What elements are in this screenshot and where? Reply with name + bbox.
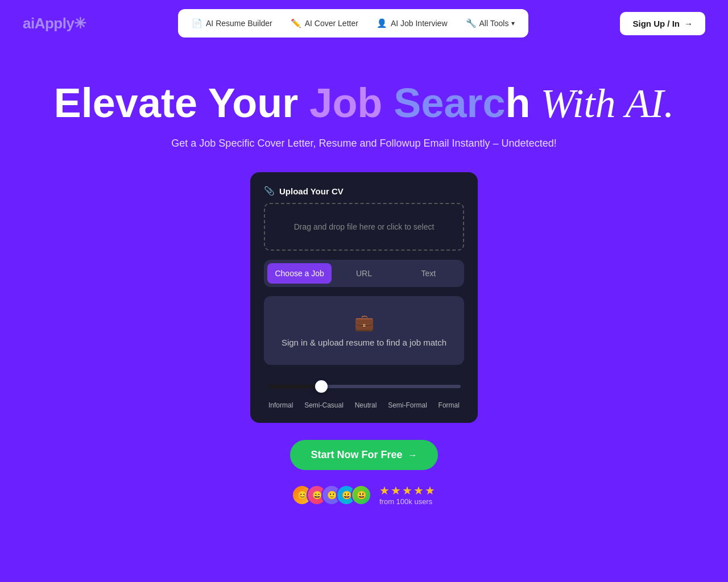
tone-label-formal: Formal: [439, 401, 460, 409]
upload-icon: 📎: [264, 186, 275, 196]
upload-header: 📎 Upload Your CV: [264, 186, 464, 196]
hero-title-ai: With AI.: [531, 81, 675, 126]
cta-button[interactable]: Start Now For Free →: [290, 440, 437, 470]
cta-section: Start Now For Free →: [23, 440, 705, 470]
chevron-down-icon: ▾: [511, 19, 515, 27]
nav-item-job-interview[interactable]: 👤 AI Job Interview: [369, 14, 456, 33]
all-tools-icon: 🔧: [466, 18, 477, 28]
tab-url[interactable]: URL: [332, 263, 396, 284]
nav-label-job-interview: AI Job Interview: [391, 19, 448, 28]
nav-item-cover-letter[interactable]: ✏️ AI Cover Letter: [283, 14, 366, 33]
signup-button[interactable]: Sign Up / In →: [620, 12, 705, 35]
rating-text: from 100k users: [379, 497, 436, 506]
tab-choose-a-job[interactable]: Choose a Job: [267, 263, 332, 284]
social-proof: 😊 😄 🙂 😀 😃 ★★★★★ from 100k users: [23, 484, 705, 506]
navbar: aiApply✳ 📄 AI Resume Builder ✏️ AI Cover…: [0, 0, 728, 47]
nav-label-all-tools: All Tools: [479, 19, 509, 28]
upload-section: 📎 Upload Your CV Drag and drop file here…: [264, 186, 464, 251]
logo: aiApply✳: [23, 15, 86, 32]
hero-title-searc: Searc: [394, 80, 505, 126]
logo-text: aiApply✳: [23, 15, 86, 32]
cta-arrow-icon: →: [408, 450, 417, 460]
tone-label-semi-casual: Semi-Casual: [304, 401, 344, 409]
upload-dropzone[interactable]: Drag and drop file here or click to sele…: [264, 203, 464, 251]
job-interview-icon: 👤: [377, 18, 387, 28]
tone-section: Informal Semi-Casual Neutral Semi-Formal…: [264, 376, 464, 409]
nav-menu: 📄 AI Resume Builder ✏️ AI Cover Letter 👤…: [178, 9, 528, 38]
tone-label-neutral: Neutral: [355, 401, 377, 409]
job-tabs-container: Choose a Job URL Text: [264, 260, 464, 287]
upload-title: Upload Your CV: [279, 186, 344, 196]
tone-label-informal: Informal: [268, 401, 293, 409]
tone-slider-thumb[interactable]: [315, 380, 328, 393]
main-card: 📎 Upload Your CV Drag and drop file here…: [250, 172, 478, 423]
nav-label-cover-letter: AI Cover Letter: [305, 19, 358, 28]
hero-title-part1: Elevate Your: [54, 80, 310, 126]
nav-label-resume-builder: AI Resume Builder: [206, 19, 272, 28]
signup-label: Sign Up / In: [632, 19, 680, 28]
star-rating: ★★★★★: [379, 484, 436, 497]
cover-letter-icon: ✏️: [291, 18, 301, 28]
tab-url-label: URL: [356, 269, 372, 278]
tab-text-label: Text: [421, 269, 436, 278]
avatar: 😃: [351, 485, 371, 505]
hero-title-job: Job: [309, 80, 394, 126]
rating-section: ★★★★★ from 100k users: [379, 484, 436, 506]
tab-choose-a-job-label: Choose a Job: [275, 269, 324, 278]
nav-item-all-tools[interactable]: 🔧 All Tools ▾: [458, 14, 523, 33]
avatars-group: 😊 😄 🙂 😀 😃: [292, 485, 371, 505]
dropzone-text: Drag and drop file here or click to sele…: [294, 222, 435, 231]
tab-text[interactable]: Text: [396, 263, 461, 284]
hero-title: Elevate Your Job Search With AI.: [23, 81, 705, 126]
hero-title-h: h: [506, 80, 531, 126]
signup-arrow-icon: →: [684, 19, 693, 28]
tone-labels: Informal Semi-Casual Neutral Semi-Formal…: [267, 401, 461, 409]
nav-item-resume-builder[interactable]: 📄 AI Resume Builder: [184, 14, 280, 33]
signin-text: Sign in & upload resume to find a job ma…: [282, 338, 446, 347]
signin-prompt: 💼 Sign in & upload resume to find a job …: [264, 296, 464, 365]
hero-section: Elevate Your Job Search With AI. Get a J…: [0, 47, 728, 523]
resume-builder-icon: 📄: [192, 18, 202, 28]
briefcase-icon: 💼: [275, 313, 453, 332]
hero-subtitle: Get a Job Specific Cover Letter, Resume …: [23, 138, 705, 149]
cta-label: Start Now For Free: [311, 449, 402, 461]
tone-slider-track: [267, 376, 461, 397]
tone-label-semi-formal: Semi-Formal: [388, 401, 427, 409]
